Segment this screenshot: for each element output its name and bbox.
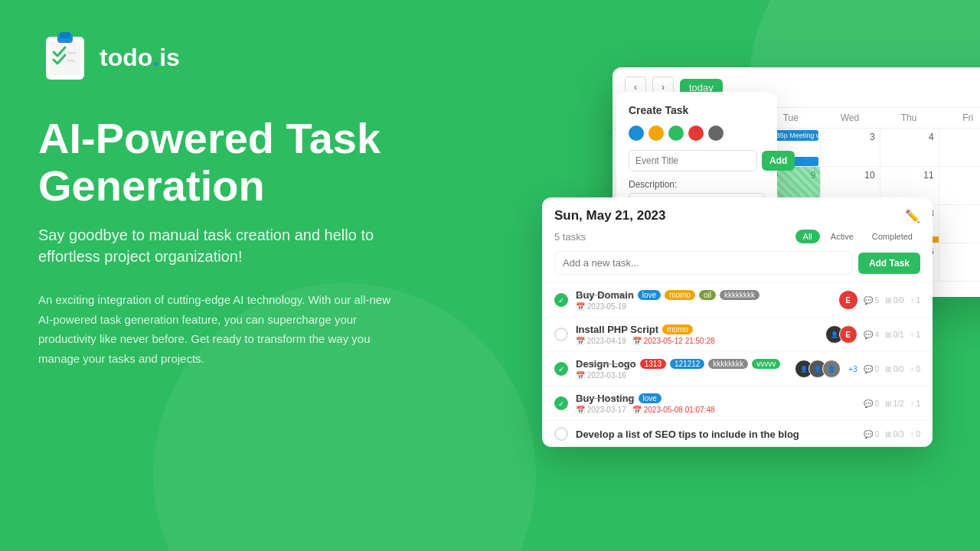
task-avatar-e1: E bbox=[839, 291, 858, 309]
task-name-1: Buy Domain bbox=[576, 289, 634, 301]
task-comments-1: 💬 5 bbox=[864, 296, 879, 305]
task-info-1: Buy Domain love momo oil kkkkkkkk 📅 2023… bbox=[576, 289, 831, 311]
task-uploads-3: ↑ 0 bbox=[910, 365, 920, 373]
task-subtasks-1: ⊞ 0/0 bbox=[885, 296, 904, 305]
filter-completed[interactable]: Completed bbox=[864, 230, 920, 243]
create-task-title: Create Task bbox=[629, 104, 765, 116]
task-item-3: ✓ Design Logo 1313 121212 kkkkkkkk vvvvv… bbox=[542, 351, 933, 386]
svg-rect-5 bbox=[67, 60, 75, 62]
task-right-4: 💬 0 ⊞ 1/2 ↑ 1 bbox=[864, 399, 920, 408]
task-avatars-3: 👤 👤 👤 bbox=[795, 360, 841, 378]
task-date-overdue-4: 📅 2023-05-08 01:07:48 bbox=[632, 406, 715, 414]
task-checkbox-1[interactable]: ✓ bbox=[554, 293, 568, 307]
task-subtasks-4: ⊞ 1/2 bbox=[885, 399, 904, 408]
task-count: 5 tasks bbox=[554, 231, 586, 243]
cal-cell-26[interactable]: 26 bbox=[939, 243, 980, 282]
task-name-2: Install PHP Script bbox=[576, 324, 658, 335]
task-comments-2: 💬 4 bbox=[864, 331, 879, 339]
task-avatars-2: 👤 E bbox=[825, 325, 858, 344]
task-checkbox-3[interactable]: ✓ bbox=[554, 362, 568, 376]
cal-cell-12[interactable]: 12 bbox=[939, 167, 980, 205]
logo-area: todo.is bbox=[38, 31, 436, 84]
color-red[interactable] bbox=[688, 126, 704, 141]
task-date: Sun, May 21, 2023 bbox=[554, 208, 666, 223]
cal-day-wed: Wed bbox=[820, 108, 879, 128]
task-info-5: Develop a list of SEO tips to include in… bbox=[576, 429, 856, 440]
cal-cell-19[interactable]: 19 bbox=[939, 205, 980, 243]
color-blue[interactable] bbox=[629, 126, 644, 141]
create-task-add-btn[interactable]: Add bbox=[762, 151, 795, 171]
task-meta-2: 📅 2023-04-19 📅 2023-05-12 21:50:28 bbox=[576, 337, 818, 345]
logo-text: todo.is bbox=[100, 44, 180, 72]
logo-is: is bbox=[159, 44, 180, 71]
task-list-header: Sun, May 21, 2023 ✏️ bbox=[542, 197, 933, 230]
task-uploads-1: ↑ 1 bbox=[910, 296, 920, 305]
logo-icon bbox=[38, 31, 92, 84]
task-uploads-5: ↑ 0 bbox=[910, 430, 920, 439]
task-date-4: 📅 2023-03-17 bbox=[576, 406, 626, 414]
cal-day-thu: Thu bbox=[880, 108, 939, 128]
hero-subtitle: Say goodbye to manual task creation and … bbox=[38, 224, 436, 267]
task-comments-3: 💬 0 bbox=[864, 365, 879, 373]
task-name-4: Buy Hosting bbox=[576, 393, 635, 404]
task-avatar-e2: E bbox=[839, 325, 858, 344]
task-subtasks-5: ⊞ 0/3 bbox=[885, 430, 904, 439]
event-title-input[interactable] bbox=[629, 150, 757, 171]
task-item-4: ✓ Buy Hosting love 📅 2023-03-17 📅 2023-0… bbox=[542, 386, 933, 420]
filter-all[interactable]: All bbox=[795, 230, 820, 243]
task-list-widget: Sun, May 21, 2023 ✏️ 5 tasks All Active … bbox=[542, 197, 933, 447]
task-meta-1: 📅 2023-05-19 bbox=[576, 302, 831, 311]
task-uploads-4: ↑ 1 bbox=[910, 399, 920, 408]
task-title-row-2: Install PHP Script momo bbox=[576, 324, 818, 335]
task-title-row-5: Develop a list of SEO tips to include in… bbox=[576, 429, 856, 440]
task-uploads-2: ↑ 1 bbox=[910, 331, 920, 339]
task-right-1: E 💬 5 ⊞ 0/0 ↑ 1 bbox=[839, 291, 920, 309]
color-orange[interactable] bbox=[648, 126, 664, 141]
description-label: Description: bbox=[629, 179, 765, 190]
cal-cell-4[interactable]: 4 bbox=[880, 129, 939, 167]
color-green[interactable] bbox=[668, 126, 684, 141]
task-date-overdue-2: 📅 2023-05-12 21:50:28 bbox=[632, 337, 715, 345]
cal-day-fri: Fri bbox=[939, 108, 980, 128]
task-checkbox-5[interactable] bbox=[554, 427, 568, 441]
edit-icon[interactable]: ✏️ bbox=[905, 209, 920, 223]
task-date-3: 📅 2023-03-16 bbox=[576, 371, 626, 380]
task-title-row-1: Buy Domain love momo oil kkkkkkkk bbox=[576, 289, 831, 301]
task-comments-4: 💬 0 bbox=[864, 399, 879, 408]
cal-cell-3[interactable]: 3 bbox=[820, 129, 879, 167]
task-tag-love4: love bbox=[639, 393, 662, 403]
add-task-btn[interactable]: Add Task bbox=[858, 253, 920, 274]
task-checkbox-4[interactable]: ✓ bbox=[554, 396, 568, 410]
task-tag-1313: 1313 bbox=[640, 359, 666, 369]
task-subtasks-2: ⊞ 0/1 bbox=[885, 331, 904, 339]
svg-rect-4 bbox=[67, 52, 77, 54]
task-name-3: Design Logo bbox=[576, 358, 636, 370]
task-tag-kk3: kkkkkkkk bbox=[708, 359, 748, 369]
task-item-2: Install PHP Script momo 📅 2023-04-19 📅 2… bbox=[542, 317, 933, 351]
task-info-4: Buy Hosting love 📅 2023-03-17 📅 2023-05-… bbox=[576, 393, 856, 414]
task-tag-vvvvv: vvvvv bbox=[752, 359, 780, 369]
color-gray[interactable] bbox=[708, 126, 724, 141]
task-tag-love: love bbox=[638, 290, 661, 300]
filter-active[interactable]: Active bbox=[823, 230, 861, 243]
task-name-5: Develop a list of SEO tips to include in… bbox=[576, 429, 799, 440]
logo-todo: todo bbox=[100, 44, 152, 71]
logo-dot: . bbox=[152, 44, 159, 71]
cal-cell-5[interactable]: 5 bbox=[939, 129, 980, 167]
task-checkbox-2[interactable] bbox=[554, 328, 568, 341]
task-meta-4: 📅 2023-03-17 📅 2023-05-08 01:07:48 bbox=[576, 406, 856, 414]
task-right-3: 👤 👤 👤 +3 💬 0 ⊞ 0/0 ↑ 0 bbox=[795, 360, 920, 378]
task-item-1: ✓ Buy Domain love momo oil kkkkkkkk 📅 20… bbox=[542, 282, 933, 317]
task-comments-5: 💬 0 bbox=[864, 430, 879, 439]
hero-title: AI-Powered Task Generation bbox=[38, 115, 436, 209]
event-title-row: Add bbox=[629, 150, 765, 171]
task-item-5: Develop a list of SEO tips to include in… bbox=[542, 420, 933, 447]
task-info-3: Design Logo 1313 121212 kkkkkkkk vvvvv 📅… bbox=[576, 358, 787, 380]
task-tag-kk: kkkkkkkk bbox=[720, 290, 760, 300]
task-title-row-3: Design Logo 1313 121212 kkkkkkkk vvvvv bbox=[576, 358, 787, 370]
task-avatar-dark3c: 👤 bbox=[822, 360, 841, 378]
task-tag-oil: oil bbox=[699, 290, 716, 300]
new-task-input[interactable] bbox=[554, 251, 852, 275]
task-count-row: 5 tasks All Active Completed bbox=[542, 230, 933, 251]
svg-rect-3 bbox=[60, 32, 70, 38]
